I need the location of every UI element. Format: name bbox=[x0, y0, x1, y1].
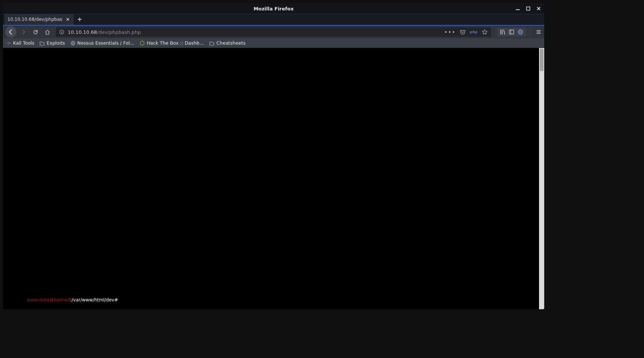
bookmark-label: Kali Tools bbox=[13, 40, 34, 46]
bookmark-nessus[interactable]: Nessus Essentials / Fol… bbox=[70, 40, 135, 46]
bookmark-label: Exploits bbox=[47, 40, 65, 46]
shell-prompt: www-data@bashed:/var/www/html/dev# bbox=[5, 292, 118, 308]
terminal-area[interactable]: www-data@bashed:/var/www/html/dev# bbox=[3, 48, 539, 309]
firefox-window: Mozilla Firefox 10.10.10.68/dev/phpbash.… bbox=[3, 3, 544, 309]
tab-close-button[interactable] bbox=[65, 16, 71, 22]
svg-rect-10 bbox=[61, 32, 62, 33]
hamburger-menu-icon[interactable] bbox=[535, 29, 542, 35]
reload-button[interactable] bbox=[31, 27, 40, 37]
prompt-suffix: # bbox=[114, 297, 118, 303]
bookmark-label: Nessus Essentials / Fol… bbox=[77, 40, 135, 46]
bookmark-kali-tools[interactable]: Kali Tools bbox=[6, 40, 34, 46]
library-icon[interactable] bbox=[499, 29, 506, 35]
bookmark-star-icon[interactable] bbox=[481, 29, 488, 35]
vertical-scrollbar[interactable] bbox=[539, 48, 544, 309]
window-minimize-button[interactable] bbox=[514, 5, 521, 12]
bookmark-cheatsheets[interactable]: Cheatsheets bbox=[209, 40, 245, 46]
tab-active[interactable]: 10.10.10.68/dev/phpbash.php bbox=[4, 14, 74, 25]
window-controls bbox=[514, 5, 542, 12]
htb-icon bbox=[140, 41, 145, 46]
toolbar-divider bbox=[530, 28, 531, 36]
bookmark-label: Hack The Box :: Dashb… bbox=[147, 40, 204, 46]
forward-button[interactable] bbox=[19, 27, 28, 37]
window-close-button[interactable] bbox=[535, 5, 542, 12]
php-indicator: php bbox=[470, 30, 478, 34]
bookmark-exploits[interactable]: Exploits bbox=[39, 40, 65, 46]
window-title: Mozilla Firefox bbox=[254, 6, 294, 12]
toolbar-addons bbox=[497, 28, 526, 36]
home-button[interactable] bbox=[42, 27, 52, 37]
tab-label: 10.10.10.68/dev/phpbash.php bbox=[7, 17, 63, 22]
site-info-icon[interactable] bbox=[59, 29, 65, 35]
page-actions-dots-icon[interactable]: ••• bbox=[444, 29, 456, 35]
new-tab-button[interactable] bbox=[74, 14, 86, 25]
bookmark-label: Cheatsheets bbox=[216, 40, 245, 46]
pocket-icon[interactable] bbox=[459, 29, 466, 35]
window-maximize-button[interactable] bbox=[525, 5, 532, 12]
url-bar[interactable]: 10.10.10.68/dev/phpbash.php ••• php bbox=[56, 27, 491, 37]
prompt-user: www-data@bashed bbox=[27, 297, 70, 303]
svg-point-9 bbox=[61, 31, 62, 32]
folder-icon bbox=[39, 41, 45, 46]
back-button[interactable] bbox=[5, 26, 16, 38]
folder-icon bbox=[209, 41, 214, 46]
sidebar-icon[interactable] bbox=[508, 29, 515, 35]
url-right-cluster: ••• php bbox=[444, 29, 488, 35]
svg-rect-11 bbox=[509, 30, 514, 34]
page-viewport: www-data@bashed:/var/www/html/dev# bbox=[3, 48, 544, 309]
navigation-toolbar: 10.10.10.68/dev/phpbash.php ••• php bbox=[3, 26, 544, 38]
tab-strip: 10.10.10.68/dev/phpbash.php bbox=[3, 14, 544, 26]
url-host: 10.10.10.68 bbox=[68, 29, 97, 35]
addon-globe-icon[interactable] bbox=[517, 29, 524, 35]
bookmark-htb[interactable]: Hack The Box :: Dashb… bbox=[140, 40, 204, 46]
url-path: /dev/phpbash.php bbox=[97, 29, 141, 35]
url-text: 10.10.10.68/dev/phpbash.php bbox=[68, 29, 141, 35]
kali-icon bbox=[6, 41, 11, 46]
prompt-path: /var/www/html/dev bbox=[71, 297, 114, 303]
toolbar-right bbox=[497, 28, 542, 36]
svg-rect-1 bbox=[527, 7, 530, 10]
tab-label-main: 10.10.10.68/dev/phpbash.p bbox=[7, 17, 63, 22]
scrollbar-thumb[interactable] bbox=[540, 49, 543, 71]
globe-icon bbox=[70, 41, 76, 46]
bookmarks-toolbar: Kali Tools Exploits Nessus Essentials / … bbox=[3, 38, 544, 48]
window-titlebar: Mozilla Firefox bbox=[3, 3, 544, 14]
